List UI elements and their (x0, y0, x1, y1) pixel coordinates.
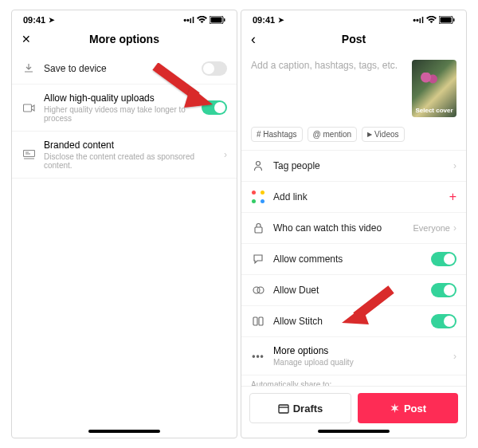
duet-label: Allow Duet (273, 285, 431, 296)
post-icon (390, 403, 400, 414)
svg-rect-18 (279, 405, 288, 413)
chip-hashtags[interactable]: # Hashtags (251, 127, 303, 142)
branded-sub: Disclose the content created as sponsore… (44, 152, 224, 170)
status-bar: 09:41➤ ••ıl (12, 10, 237, 28)
plus-icon: + (449, 190, 456, 204)
more-icon: ••• (251, 349, 265, 364)
branded-label: Branded content (44, 140, 224, 151)
chevron-right-icon: › (453, 222, 456, 234)
more-label: More options (273, 345, 453, 356)
more-options-row[interactable]: ••• More options Manage upload quality › (241, 337, 466, 375)
drafts-icon (278, 403, 289, 414)
svg-point-8 (257, 162, 261, 166)
hq-toggle[interactable] (202, 100, 227, 115)
more-sub: Manage upload quality (273, 358, 453, 367)
location-icon: ➤ (49, 16, 55, 24)
svg-point-11 (257, 287, 264, 293)
link-label: Add link (273, 191, 449, 202)
back-icon[interactable]: ‹ (251, 31, 256, 48)
svg-rect-12 (253, 317, 257, 325)
svg-rect-3 (23, 104, 31, 112)
home-indicator (88, 430, 160, 433)
play-icon: ▶ (367, 131, 372, 138)
wifi-icon (426, 16, 437, 24)
stitch-toggle[interactable] (431, 314, 456, 328)
comments-label: Allow comments (273, 253, 431, 265)
comments-toggle[interactable] (431, 252, 456, 266)
stitch-icon (251, 314, 265, 328)
chevron-right-icon: › (224, 149, 227, 160)
home-indicator (318, 430, 390, 433)
location-icon: ➤ (278, 16, 284, 24)
tag-people-row[interactable]: Tag people › (241, 151, 466, 182)
page-title: Post (342, 33, 366, 45)
nav-bar: ✕ More options (12, 28, 237, 53)
add-link-row[interactable]: Add link + (241, 182, 466, 213)
branded-icon (22, 147, 36, 162)
download-icon (22, 61, 36, 76)
lock-icon (251, 221, 265, 235)
stitch-row[interactable]: Allow Stitch (241, 306, 466, 337)
battery-icon (210, 16, 225, 24)
duet-toggle[interactable] (431, 283, 456, 297)
more-options-screen: 09:41➤ ••ıl ✕ More options Save to devic… (11, 10, 237, 438)
chip-videos[interactable]: ▶Videos (362, 127, 404, 142)
privacy-label: Who can watch this video (273, 222, 413, 234)
caption-row: Add a caption, hashtags, tags, etc. Sele… (241, 53, 466, 125)
svg-rect-1 (211, 18, 222, 23)
status-icons: ••ıl (183, 15, 225, 25)
privacy-row[interactable]: Who can watch this video Everyone› (241, 213, 466, 244)
bottom-bar: Drafts Post (241, 386, 466, 430)
svg-rect-7 (453, 18, 455, 22)
branded-content-row[interactable]: Branded content Disclose the content cre… (12, 132, 237, 179)
comments-row[interactable]: Allow comments (241, 244, 466, 275)
hq-label: Allow high-quality uploads (44, 92, 202, 104)
chevron-right-icon: › (453, 351, 456, 362)
status-icons: ••ıl (413, 15, 455, 25)
chip-row: # Hashtags @ mention ▶Videos (241, 125, 466, 151)
signal-icon: ••ıl (413, 15, 424, 25)
post-button[interactable]: Post (358, 393, 458, 423)
link-icon (251, 190, 265, 204)
status-time: 09:41 (253, 15, 275, 25)
status-bar: 09:41➤ ••ıl (241, 10, 466, 28)
share-label: Automatically share to: (241, 375, 466, 386)
close-icon[interactable]: ✕ (22, 33, 31, 45)
caption-input[interactable]: Add a caption, hashtags, tags, etc. (251, 60, 406, 117)
cover-label: Select cover (415, 107, 453, 114)
page-title: More options (89, 33, 159, 45)
tag-label: Tag people (273, 160, 453, 171)
save-label: Save to device (44, 63, 202, 74)
nav-bar: ‹ Post (241, 28, 466, 53)
chip-mention[interactable]: @ mention (308, 127, 358, 142)
comment-icon (251, 252, 265, 266)
svg-rect-2 (224, 18, 225, 22)
hq-uploads-row[interactable]: Allow high-quality uploads Higher qualit… (12, 84, 237, 132)
save-to-device-row[interactable]: Save to device (12, 53, 237, 84)
wifi-icon (197, 16, 207, 24)
svg-rect-6 (441, 18, 452, 23)
status-time: 09:41 (23, 15, 45, 25)
post-screen: 09:41➤ ••ıl ‹ Post Add a caption, hashta… (241, 10, 467, 438)
duet-icon (251, 283, 265, 297)
chevron-right-icon: › (453, 160, 456, 171)
svg-rect-13 (259, 317, 263, 325)
drafts-button[interactable]: Drafts (249, 393, 351, 423)
stitch-label: Allow Stitch (273, 316, 431, 327)
battery-icon (439, 16, 455, 24)
privacy-value: Everyone (413, 223, 450, 233)
hq-sub: Higher quality videos may take longer to… (44, 105, 202, 123)
duet-row[interactable]: Allow Duet (241, 275, 466, 306)
hq-icon (22, 100, 36, 115)
person-icon (251, 159, 265, 173)
signal-icon: ••ıl (183, 15, 194, 25)
save-toggle[interactable] (202, 61, 227, 76)
svg-rect-9 (255, 227, 262, 233)
cover-thumbnail[interactable]: Select cover (412, 60, 456, 117)
